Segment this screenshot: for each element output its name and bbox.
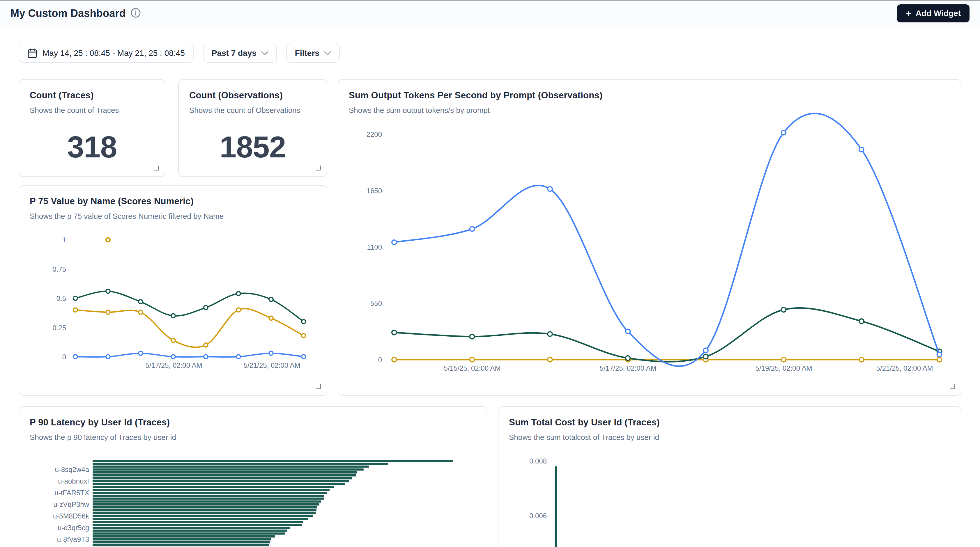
svg-text:0: 0	[62, 353, 66, 361]
range-preset-dropdown[interactable]: Past 7 days	[203, 44, 277, 63]
date-range-picker[interactable]: May 14, 25 : 08:45 - May 21, 25 : 08:45	[19, 44, 194, 63]
add-widget-button[interactable]: + Add Widget	[897, 4, 969, 22]
widget-subtitle: Shows the count of Observations	[189, 106, 316, 115]
svg-text:1650: 1650	[367, 187, 382, 195]
plus-icon: +	[906, 8, 912, 18]
widget-title: Count (Traces)	[30, 90, 154, 101]
range-preset-value: Past 7 days	[212, 49, 256, 58]
svg-text:5/21/25, 02:00 AM: 5/21/25, 02:00 AM	[244, 361, 301, 369]
svg-text:0.5: 0.5	[56, 295, 66, 302]
cost-bar-chart: 0.0080.006	[498, 407, 961, 547]
svg-text:1: 1	[62, 236, 66, 244]
svg-text:0.008: 0.008	[529, 457, 547, 465]
svg-text:0.75: 0.75	[52, 265, 66, 273]
p75-line-chart: 00.250.50.7515/17/25, 02:00 AM5/21/25, 0…	[19, 186, 327, 396]
svg-text:u-zVqP3hw: u-zVqP3hw	[53, 501, 89, 508]
count-observations-value: 1852	[220, 130, 286, 164]
tokens-line-chart: 05501100165022005/15/25, 02:00 AM5/17/25…	[338, 80, 961, 396]
date-range-value: May 14, 25 : 08:45 - May 21, 25 : 08:45	[43, 49, 185, 58]
svg-text:0: 0	[378, 356, 382, 364]
info-icon[interactable]	[130, 8, 141, 19]
widget-title: Count (Observations)	[189, 90, 316, 101]
svg-text:5/21/25, 02:00 AM: 5/21/25, 02:00 AM	[877, 364, 933, 372]
filters-dropdown[interactable]: Filters	[286, 44, 340, 63]
svg-text:5/17/25, 02:00 AM: 5/17/25, 02:00 AM	[146, 361, 202, 369]
page-title: My Custom Dashboard	[11, 7, 126, 19]
widget-cost-chart: Sum Total Cost by User Id (Traces) Shows…	[498, 406, 961, 547]
widget-subtitle: Shows the count of Traces	[30, 106, 154, 115]
widget-count-traces: Count (Traces) Shows the count of Traces…	[19, 79, 165, 177]
svg-text:u-8sq2w4a: u-8sq2w4a	[55, 466, 89, 473]
chevron-down-icon	[324, 51, 331, 55]
svg-text:1100: 1100	[367, 243, 382, 251]
resize-handle-icon[interactable]	[950, 384, 955, 389]
header: My Custom Dashboard + Add Widget	[0, 0, 980, 27]
count-traces-value: 318	[67, 130, 117, 164]
widget-count-observations: Count (Observations) Shows the count of …	[178, 79, 327, 177]
filters-label: Filters	[295, 49, 320, 58]
svg-text:u-5M8D56k: u-5M8D56k	[53, 512, 89, 520]
svg-text:u-tFAR5TX: u-tFAR5TX	[54, 489, 89, 497]
svg-text:0.25: 0.25	[52, 324, 66, 332]
svg-text:5/15/25, 02:00 AM: 5/15/25, 02:00 AM	[444, 364, 501, 372]
resize-handle-icon[interactable]	[316, 166, 321, 171]
resize-handle-icon[interactable]	[154, 166, 159, 171]
widget-p75-chart: P 75 Value by Name (Scores Numeric) Show…	[19, 185, 327, 396]
svg-text:2200: 2200	[367, 130, 382, 138]
widget-tokens-chart: Sum Output Tokens Per Second by Prompt (…	[338, 79, 961, 396]
p90-bar-chart: u-8sq2w4au-aobnuxfu-tFAR5TXu-zVqP3hwu-5M…	[19, 407, 487, 547]
svg-text:u-aobnuxf: u-aobnuxf	[58, 477, 89, 485]
toolbar: May 14, 25 : 08:45 - May 21, 25 : 08:45 …	[19, 44, 340, 63]
svg-text:0.006: 0.006	[529, 512, 547, 520]
resize-handle-icon[interactable]	[316, 384, 321, 389]
svg-text:550: 550	[370, 300, 382, 307]
svg-text:5/19/25, 02:00 AM: 5/19/25, 02:00 AM	[756, 364, 812, 372]
svg-text:u-d3qr5cg: u-d3qr5cg	[58, 524, 89, 531]
chevron-down-icon	[261, 51, 268, 55]
widget-p90-chart: P 90 Latency by User Id (Traces) Shows t…	[19, 406, 487, 547]
calendar-icon	[27, 48, 37, 59]
svg-text:5/17/25, 02:00 AM: 5/17/25, 02:00 AM	[600, 364, 657, 372]
svg-text:u-8fVa9T3: u-8fVa9T3	[57, 535, 89, 543]
